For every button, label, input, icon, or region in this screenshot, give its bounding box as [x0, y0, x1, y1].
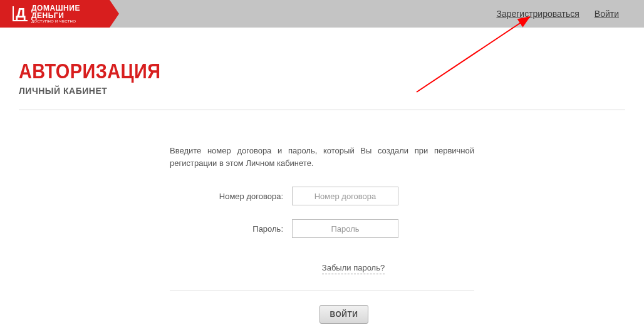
forgot-password-link[interactable]: Забыли пароль?	[322, 263, 385, 274]
logo-line3: ДОСТУПНО И ЧЕСТНО	[31, 19, 80, 23]
login-link[interactable]: Войти	[595, 9, 619, 19]
page-title: АВТОРИЗАЦИЯ	[19, 59, 534, 83]
password-label: Пароль:	[170, 224, 292, 234]
header-links: Зарегистрироваться Войти	[496, 9, 619, 19]
password-input[interactable]	[292, 219, 398, 238]
login-button[interactable]: ВОЙТИ	[319, 305, 369, 324]
contract-input[interactable]	[292, 187, 398, 205]
contract-label: Номер договора:	[170, 192, 292, 201]
header-bar: Д ДОМАШНИЕ ДЕНЬГИ ДОСТУПНО И ЧЕСТНО Заре…	[0, 0, 644, 28]
submit-row: ВОЙТИ	[170, 305, 474, 324]
logo[interactable]: Д ДОМАШНИЕ ДЕНЬГИ ДОСТУПНО И ЧЕСТНО	[0, 0, 119, 28]
forgot-row: Забыли пароль?	[170, 262, 474, 273]
form-instructions: Введите номер договора и пароль, который…	[170, 145, 474, 169]
logo-text: ДОМАШНИЕ ДЕНЬГИ ДОСТУПНО И ЧЕСТНО	[31, 4, 80, 23]
logo-icon: Д	[13, 6, 28, 21]
login-form: Введите номер договора и пароль, который…	[170, 145, 474, 324]
divider-bottom	[170, 291, 474, 291]
logo-line2: ДЕНЬГИ	[31, 12, 80, 19]
register-link[interactable]: Зарегистрироваться	[496, 9, 579, 19]
password-row: Пароль:	[170, 219, 474, 238]
content: АВТОРИЗАЦИЯ ЛИЧНЫЙ КАБИНЕТ Введите номер…	[0, 28, 644, 324]
contract-row: Номер договора:	[170, 187, 474, 205]
page-subtitle: ЛИЧНЫЙ КАБИНЕТ	[19, 86, 625, 96]
divider-top	[19, 110, 625, 110]
